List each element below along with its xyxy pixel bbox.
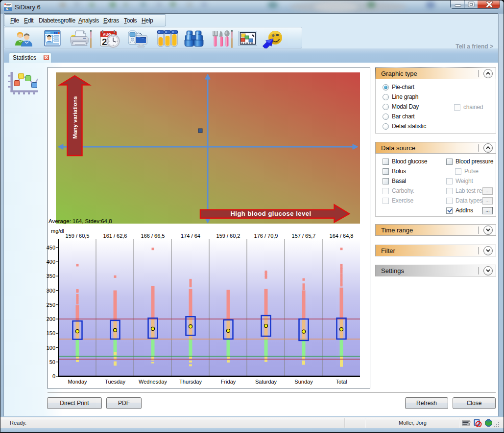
svg-text:176 / 70,9: 176 / 70,9 xyxy=(254,233,278,239)
svg-text:50: 50 xyxy=(49,359,55,365)
svg-text:200: 200 xyxy=(47,316,55,322)
svg-text:450: 450 xyxy=(47,245,55,251)
svg-text:161 / 62,6: 161 / 62,6 xyxy=(103,233,127,239)
svg-text:159 / 60,5: 159 / 60,5 xyxy=(66,233,90,239)
svg-text:150: 150 xyxy=(47,330,55,336)
svg-text:174 / 64: 174 / 64 xyxy=(181,233,200,239)
svg-text:159 / 60,2: 159 / 60,2 xyxy=(216,233,240,239)
svg-text:High blood glucose level: High blood glucose level xyxy=(230,210,311,217)
svg-text:100: 100 xyxy=(47,345,55,351)
svg-text:400: 400 xyxy=(47,259,55,265)
svg-text:0: 0 xyxy=(52,373,55,379)
svg-text:250: 250 xyxy=(47,302,55,308)
svg-text:Many variations: Many variations xyxy=(72,96,78,139)
svg-text:164 / 64,8: 164 / 64,8 xyxy=(330,233,354,239)
svg-text:mg/dl: mg/dl xyxy=(51,228,64,234)
svg-text:Total: Total xyxy=(336,379,347,385)
svg-text:300: 300 xyxy=(47,288,55,294)
svg-text:350: 350 xyxy=(47,273,55,279)
svg-text:Wednesday: Wednesday xyxy=(139,379,167,385)
svg-text:2: 2 xyxy=(102,37,107,47)
svg-text:Friday: Friday xyxy=(221,379,236,385)
svg-text:Saturday: Saturday xyxy=(255,379,277,385)
svg-text:Thursday: Thursday xyxy=(179,379,202,385)
svg-text:157 / 65,7: 157 / 65,7 xyxy=(292,233,316,239)
svg-text:Monday: Monday xyxy=(68,379,87,385)
svg-text:Tuesday: Tuesday xyxy=(105,379,125,385)
svg-text:166 / 66,5: 166 / 66,5 xyxy=(141,233,165,239)
svg-text:Sunday: Sunday xyxy=(294,379,313,385)
